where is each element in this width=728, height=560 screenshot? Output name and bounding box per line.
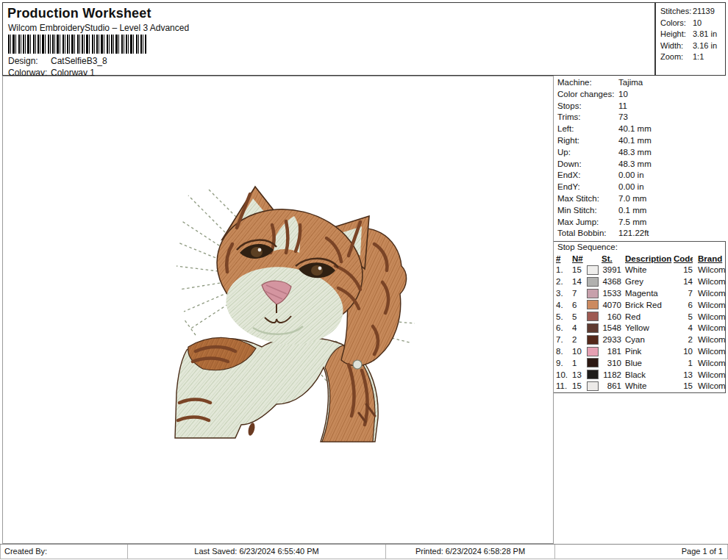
info-label: Machine:: [557, 77, 618, 89]
info-row: Up:48.3 mm: [557, 147, 726, 159]
info-value: 7.5 mm: [618, 217, 646, 229]
summary-label: Stitches:: [660, 6, 693, 18]
cat-embroidery-image: [3, 76, 553, 543]
thread-color-swatch: [587, 265, 599, 275]
table-row: 1.153991White15Wilcom: [556, 265, 728, 276]
col-number: #: [556, 254, 572, 265]
info-row: Min Stitch:0.1 mm: [557, 205, 726, 217]
footer: Created By: Last Saved: 6/23/2024 6:55:4…: [0, 544, 728, 560]
table-row: 6.41548Yellow4Wilcom: [556, 323, 728, 334]
info-row: Left:40.1 mm: [557, 123, 726, 135]
thread-color-swatch: [587, 300, 599, 309]
table-row: 10.131182Black13Wilcom: [556, 370, 728, 381]
col-needle: N#: [572, 254, 587, 265]
info-label: Total Bobbin:: [557, 228, 618, 240]
machine-info: Machine:Tajima Color changes:10 Stops:11…: [554, 76, 726, 240]
info-label: Min Stitch:: [557, 205, 618, 217]
info-label: Left:: [557, 123, 618, 135]
info-label: Max Stitch:: [557, 193, 618, 205]
summary-label: Height:: [660, 29, 693, 40]
thread-color-swatch: [587, 347, 599, 356]
stop-sequence-table: # N# St. Description Code Brand 1.153991…: [556, 254, 728, 393]
page-number-label: Page 1 of 1: [555, 545, 728, 559]
info-row: EndY:0.00 in: [557, 182, 726, 193]
table-header-row: # N# St. Description Code Brand: [556, 254, 728, 265]
design-value: CatSelfieB3_8: [51, 56, 107, 66]
info-value: 40.1 mm: [618, 135, 652, 147]
info-label: EndY:: [557, 182, 618, 193]
info-label: EndX:: [557, 170, 618, 182]
barcode-icon: [8, 35, 146, 54]
info-label: Trims:: [557, 112, 618, 123]
info-label: Down:: [557, 159, 618, 170]
col-stitches: St.: [602, 254, 621, 265]
thread-color-swatch: [587, 289, 599, 298]
summary-box: Stitches:21139 Colors:10 Height:3.81 in …: [655, 2, 726, 76]
app-subtitle: Wilcom EmbroideryStudio – Level 3 Advanc…: [8, 23, 189, 33]
info-value: Tajima: [618, 77, 643, 89]
info-row: Stops:11: [557, 101, 726, 112]
thread-color-swatch: [587, 335, 599, 345]
info-row: Down:48.3 mm: [557, 159, 726, 170]
info-row: Machine:Tajima: [557, 77, 726, 89]
summary-row: Width:3.16 in: [660, 40, 725, 52]
info-row: Trims:73: [557, 112, 726, 123]
summary-value: 3.81 in: [693, 29, 717, 40]
col-code: Code: [674, 254, 693, 265]
info-label: Color changes:: [557, 89, 618, 101]
summary-row: Zoom:1:1: [660, 51, 725, 63]
created-by-label: Created By:: [0, 545, 128, 559]
thread-color-swatch: [587, 277, 599, 287]
info-label: Right:: [557, 135, 618, 147]
col-description: Description: [621, 254, 674, 265]
summary-row: Height:3.81 in: [660, 29, 725, 40]
info-row: EndX:0.00 in: [557, 170, 726, 182]
info-value: 73: [618, 112, 628, 123]
thread-color-swatch: [587, 370, 599, 379]
stop-sequence-section: Stop Sequence: # N# St. Description Code…: [554, 241, 726, 393]
thread-color-swatch: [587, 381, 599, 391]
last-saved-label: Last Saved: 6/23/2024 6:55:40 PM: [128, 545, 386, 559]
table-row: 2.144368Grey14Wilcom: [556, 276, 728, 288]
info-value: 0.1 mm: [618, 205, 646, 217]
table-row: 9.1310Blue1Wilcom: [556, 358, 728, 370]
design-preview-area: [2, 76, 554, 544]
info-row: Total Bobbin:121.22ft: [557, 228, 726, 240]
thread-color-swatch: [587, 323, 599, 333]
summary-value: 1:1: [693, 51, 704, 63]
info-label: Stops:: [557, 101, 618, 112]
thread-color-swatch: [587, 312, 599, 321]
col-swatch-spacer: [587, 254, 602, 265]
info-value: 0.00 in: [618, 170, 644, 182]
summary-value: 3.16 in: [693, 40, 717, 52]
summary-row: Colors:10: [660, 18, 725, 29]
info-label: Max Jump:: [557, 217, 618, 229]
summary-value: 10: [693, 18, 702, 29]
page-title: Production Worksheet: [7, 6, 151, 21]
printed-label: Printed: 6/23/2024 6:58:28 PM: [386, 545, 555, 559]
info-row: Max Jump:7.5 mm: [557, 217, 726, 229]
summary-label: Zoom:: [660, 51, 693, 63]
info-value: 40.1 mm: [618, 123, 652, 135]
stop-sequence-title: Stop Sequence:: [554, 242, 725, 254]
info-row: Max Stitch:7.0 mm: [557, 193, 726, 205]
design-label: Design:: [8, 56, 51, 66]
collar-bead: [353, 360, 362, 369]
info-label: Up:: [557, 147, 618, 159]
summary-row: Stitches:21139: [660, 6, 725, 18]
info-row: Color changes:10: [557, 89, 726, 101]
design-row: Design: CatSelfieB3_8: [8, 56, 107, 66]
info-value: 48.3 mm: [618, 147, 652, 159]
info-value: 0.00 in: [618, 182, 644, 193]
thread-color-swatch: [587, 358, 599, 367]
title-block: Production Worksheet Wilcom EmbroiderySt…: [2, 2, 655, 76]
table-row: 5.5160Red5Wilcom: [556, 312, 728, 323]
machine-panel: Machine:Tajima Color changes:10 Stops:11…: [554, 76, 726, 544]
table-row: 8.10181Pink10Wilcom: [556, 346, 728, 358]
info-value: 48.3 mm: [618, 159, 652, 170]
info-row: Right:40.1 mm: [557, 135, 726, 147]
summary-label: Colors:: [660, 18, 693, 29]
production-worksheet-page: Production Worksheet Wilcom EmbroiderySt…: [0, 0, 728, 560]
info-value: 7.0 mm: [618, 193, 646, 205]
info-value: 121.22ft: [618, 228, 649, 240]
